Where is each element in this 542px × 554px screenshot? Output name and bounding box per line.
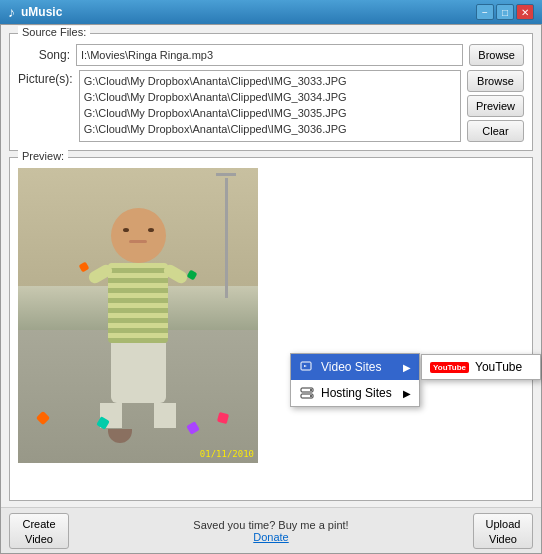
donate-link[interactable]: Donate [253, 531, 288, 543]
song-label: Song: [18, 48, 70, 62]
main-window: Source Files: Song: Browse Picture(s): G… [0, 24, 542, 554]
pictures-buttons: Browse Preview Clear [467, 70, 524, 142]
preview-image-container: 01/11/2010 [18, 168, 258, 463]
clear-button[interactable]: Clear [467, 120, 524, 142]
hosting-sites-menu-item[interactable]: Hosting Sites ▶ [291, 380, 419, 406]
video-sites-menu-item[interactable]: Video Sites ▶ [291, 354, 419, 380]
minimize-button[interactable]: − [476, 4, 494, 20]
video-sites-label: Video Sites [321, 360, 382, 374]
list-item: G:\Cloud\My Dropbox\Ananta\Clipped\IMG_3… [84, 73, 456, 89]
app-title: uMusic [21, 5, 62, 19]
pictures-browse-button[interactable]: Browse [467, 70, 524, 92]
hosting-sites-arrow: ▶ [403, 388, 411, 399]
list-item: G:\Cloud\My Dropbox\Ananta\Clipped\IMG_3… [84, 89, 456, 105]
video-sites-arrow: ▶ [403, 362, 411, 373]
hosting-sites-icon [299, 385, 315, 401]
upload-video-button[interactable]: Upload Video [473, 513, 533, 549]
title-bar: ♪ uMusic − □ ✕ [0, 0, 542, 24]
preview-label: Preview: [18, 150, 68, 162]
video-sites-icon [299, 359, 315, 375]
submenu: YouTube YouTube [421, 354, 541, 380]
context-menu: Video Sites ▶ [290, 353, 420, 407]
source-files-label: Source Files: [18, 26, 90, 38]
maximize-button[interactable]: □ [496, 4, 514, 20]
preview-group: Preview: [9, 157, 533, 501]
preview-content-area: 01/11/2010 Video Site [18, 168, 524, 463]
pictures-row: Picture(s): G:\Cloud\My Dropbox\Ananta\C… [18, 70, 524, 142]
bottom-bar: Create Video Saved you time? Buy me a pi… [1, 507, 541, 553]
song-input[interactable] [76, 44, 463, 66]
pictures-label: Picture(s): [18, 70, 73, 86]
song-row: Song: Browse [18, 44, 524, 66]
preview-button[interactable]: Preview [467, 95, 524, 117]
source-files-group: Source Files: Song: Browse Picture(s): G… [9, 33, 533, 151]
photo-timestamp: 01/11/2010 [200, 449, 254, 459]
youtube-menu-item[interactable]: YouTube YouTube [422, 355, 540, 379]
pictures-list[interactable]: G:\Cloud\My Dropbox\Ananta\Clipped\IMG_3… [79, 70, 461, 142]
svg-point-4 [310, 389, 312, 391]
list-item: G:\Cloud\My Dropbox\Ananta\Clipped\IMG_3… [84, 121, 456, 137]
list-item: G:\Cloud\My Dropbox\Ananta\Clipped\IMG_3… [84, 105, 456, 121]
app-icon: ♪ [8, 4, 15, 20]
svg-point-5 [310, 395, 312, 397]
youtube-icon: YouTube [430, 362, 469, 373]
song-browse-button[interactable]: Browse [469, 44, 524, 66]
youtube-label: YouTube [475, 360, 522, 374]
create-video-button[interactable]: Create Video [9, 513, 69, 549]
hosting-sites-label: Hosting Sites [321, 386, 392, 400]
close-button[interactable]: ✕ [516, 4, 534, 20]
bottom-center: Saved you time? Buy me a pint! Donate [193, 519, 348, 543]
svg-marker-1 [304, 365, 307, 367]
saved-time-text: Saved you time? Buy me a pint! [193, 519, 348, 531]
